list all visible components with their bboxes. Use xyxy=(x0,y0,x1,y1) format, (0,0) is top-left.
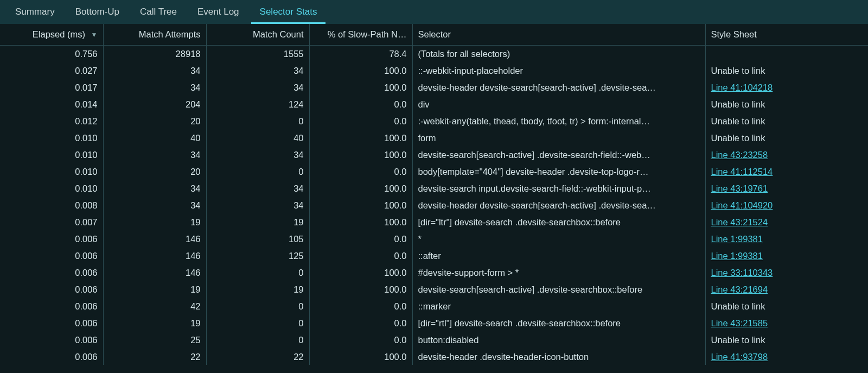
selector-stats-table-wrap: Elapsed (ms) ▼ Match Attempts Match Coun… xyxy=(0,24,868,365)
tab-summary[interactable]: Summary xyxy=(7,0,63,24)
stylesheet-link[interactable]: Line 43:23258 xyxy=(711,150,768,160)
table-row[interactable]: 0.0061461250.0::afterLine 1:99381 xyxy=(0,247,868,264)
stylesheet-link[interactable]: Line 43:21694 xyxy=(711,285,768,294)
table-row[interactable]: 0.0061461050.0*Line 1:99381 xyxy=(0,230,868,247)
cell-elapsed: 0.006 xyxy=(0,298,103,314)
table-row[interactable]: 0.0061919100.0devsite-search[search-acti… xyxy=(0,281,868,298)
table-row[interactable]: 0.0061900.0[dir="rtl"] devsite-search .d… xyxy=(0,314,868,331)
cell-attempts: 146 xyxy=(103,247,206,264)
cell-sheet: Unable to link xyxy=(705,331,868,348)
col-header-elapsed-label: Elapsed (ms) xyxy=(33,29,85,39)
cell-sheet: Line 43:21524 xyxy=(705,213,868,230)
stylesheet-link[interactable]: Line 41:93798 xyxy=(711,352,768,362)
tab-call-tree[interactable]: Call Tree xyxy=(131,0,186,24)
cell-slow: 0.0 xyxy=(309,230,412,247)
cell-count: 0 xyxy=(206,264,309,281)
table-row[interactable]: 0.0273434100.0::-webkit-input-placeholde… xyxy=(0,62,868,79)
cell-count: 0 xyxy=(206,331,309,348)
stylesheet-link[interactable]: Line 43:21524 xyxy=(711,217,768,227)
table-row[interactable]: 0.0083434100.0devsite-header devsite-sea… xyxy=(0,197,868,213)
cell-selector: :-webkit-any(table, thead, tbody, tfoot,… xyxy=(412,112,705,129)
table-row[interactable]: 0.0061460100.0#devsite-support-form > *L… xyxy=(0,264,868,281)
cell-elapsed: 0.006 xyxy=(0,247,103,264)
stylesheet-link[interactable]: Line 41:104920 xyxy=(711,200,773,210)
stylesheet-link[interactable]: Line 41:112514 xyxy=(711,167,773,176)
cell-elapsed: 0.012 xyxy=(0,112,103,129)
col-header-count[interactable]: Match Count xyxy=(206,24,309,45)
cell-count: 105 xyxy=(206,230,309,247)
table-row[interactable]: 0.0064200.0::markerUnable to link xyxy=(0,298,868,314)
table-row[interactable]: 0.0104040100.0formUnable to link xyxy=(0,129,868,146)
cell-attempts: 34 xyxy=(103,79,206,96)
col-header-selector[interactable]: Selector xyxy=(412,24,705,45)
cell-elapsed: 0.010 xyxy=(0,129,103,146)
cell-attempts: 19 xyxy=(103,213,206,230)
cell-selector: devsite-header devsite-search[search-act… xyxy=(412,197,705,213)
table-row[interactable]: 0.0102000.0body[template="404"] devsite-… xyxy=(0,163,868,180)
table-row[interactable]: 0.75628918155578.4(Totals for all select… xyxy=(0,45,868,62)
stylesheet-link[interactable]: Line 1:99381 xyxy=(711,251,763,261)
stylesheet-link[interactable]: Line 43:21585 xyxy=(711,318,768,328)
table-header-row: Elapsed (ms) ▼ Match Attempts Match Coun… xyxy=(0,24,868,45)
table-row[interactable]: 0.0103434100.0devsite-search input.devsi… xyxy=(0,180,868,197)
col-header-elapsed[interactable]: Elapsed (ms) ▼ xyxy=(0,24,103,45)
cell-selector: ::-webkit-input-placeholder xyxy=(412,62,705,79)
cell-selector: ::marker xyxy=(412,298,705,314)
table-row[interactable]: 0.0173434100.0devsite-header devsite-sea… xyxy=(0,79,868,96)
cell-slow: 0.0 xyxy=(309,247,412,264)
stylesheet-link[interactable]: Line 33:110343 xyxy=(711,268,773,277)
cell-attempts: 34 xyxy=(103,197,206,213)
stylesheet-link[interactable]: Line 43:19761 xyxy=(711,184,768,193)
cell-selector: [dir="ltr"] devsite-search .devsite-sear… xyxy=(412,213,705,230)
tab-bottom-up[interactable]: Bottom-Up xyxy=(67,0,128,24)
table-row[interactable]: 0.0103434100.0devsite-search[search-acti… xyxy=(0,146,868,163)
cell-elapsed: 0.027 xyxy=(0,62,103,79)
tabs-bar: SummaryBottom-UpCall TreeEvent LogSelect… xyxy=(0,0,868,24)
table-row[interactable]: 0.0142041240.0divUnable to link xyxy=(0,96,868,112)
table-row[interactable]: 0.0062500.0button:disabledUnable to link xyxy=(0,331,868,348)
cell-sheet: Line 1:99381 xyxy=(705,230,868,247)
cell-attempts: 34 xyxy=(103,62,206,79)
stylesheet-link[interactable]: Line 1:99381 xyxy=(711,234,763,244)
table-row[interactable]: 0.0122000.0:-webkit-any(table, thead, tb… xyxy=(0,112,868,129)
table-body: 0.75628918155578.4(Totals for all select… xyxy=(0,45,868,365)
cell-sheet: Line 41:93798 xyxy=(705,348,868,365)
cell-elapsed: 0.006 xyxy=(0,281,103,298)
cell-elapsed: 0.017 xyxy=(0,79,103,96)
cell-selector: (Totals for all selectors) xyxy=(412,45,705,62)
stylesheet-unable: Unable to link xyxy=(711,133,765,143)
table-row[interactable]: 0.0062222100.0devsite-header .devsite-he… xyxy=(0,348,868,365)
col-header-slow[interactable]: % of Slow-Path N… xyxy=(309,24,412,45)
cell-selector: form xyxy=(412,129,705,146)
cell-attempts: 19 xyxy=(103,314,206,331)
cell-count: 1555 xyxy=(206,45,309,62)
cell-sheet: Line 33:110343 xyxy=(705,264,868,281)
table-row[interactable]: 0.0071919100.0[dir="ltr"] devsite-search… xyxy=(0,213,868,230)
cell-sheet: Unable to link xyxy=(705,96,868,112)
cell-selector: devsite-search input.devsite-search-fiel… xyxy=(412,180,705,197)
cell-slow: 100.0 xyxy=(309,281,412,298)
cell-attempts: 28918 xyxy=(103,45,206,62)
col-header-attempts[interactable]: Match Attempts xyxy=(103,24,206,45)
cell-sheet: Unable to link xyxy=(705,62,868,79)
cell-count: 0 xyxy=(206,298,309,314)
cell-slow: 0.0 xyxy=(309,298,412,314)
cell-count: 19 xyxy=(206,281,309,298)
cell-selector: button:disabled xyxy=(412,331,705,348)
cell-count: 0 xyxy=(206,163,309,180)
cell-slow: 0.0 xyxy=(309,331,412,348)
stylesheet-unable: Unable to link xyxy=(711,301,765,311)
tab-event-log[interactable]: Event Log xyxy=(189,0,248,24)
selector-stats-table: Elapsed (ms) ▼ Match Attempts Match Coun… xyxy=(0,24,868,365)
cell-elapsed: 0.006 xyxy=(0,314,103,331)
cell-selector: devsite-header devsite-search[search-act… xyxy=(412,79,705,96)
cell-elapsed: 0.014 xyxy=(0,96,103,112)
cell-elapsed: 0.006 xyxy=(0,264,103,281)
cell-selector: * xyxy=(412,230,705,247)
cell-sheet: Unable to link xyxy=(705,112,868,129)
cell-sheet: Line 41:104920 xyxy=(705,197,868,213)
stylesheet-link[interactable]: Line 41:104218 xyxy=(711,83,773,92)
cell-selector: ::after xyxy=(412,247,705,264)
col-header-sheet[interactable]: Style Sheet xyxy=(705,24,868,45)
tab-selector-stats[interactable]: Selector Stats xyxy=(251,0,326,24)
